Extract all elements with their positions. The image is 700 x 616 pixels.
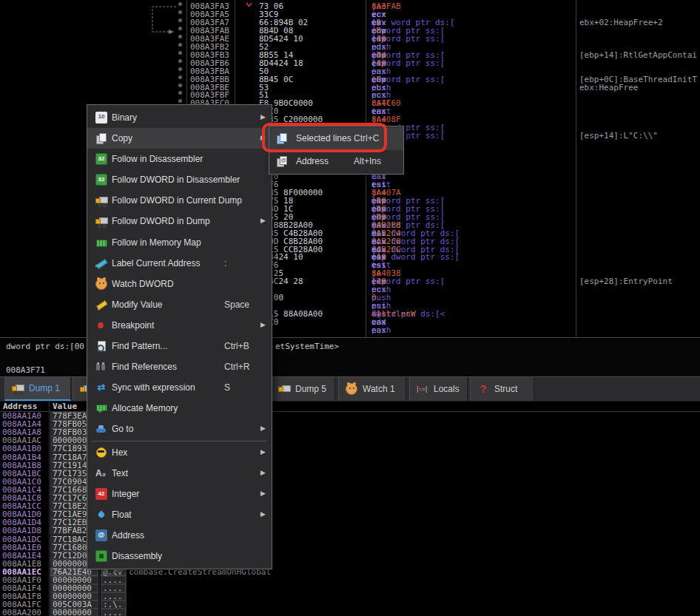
disasm-row[interactable]: 008A3FB38B55 14mov edx,dword ptr ss:[ebp… xyxy=(0,51,700,59)
menu-item-find-references[interactable]: Find ReferencesCtrl+R xyxy=(87,356,272,377)
tab-dump-1[interactable]: Dump 1 xyxy=(4,377,71,401)
menu-item-integer[interactable]: Integer▶ xyxy=(87,484,272,504)
label-icon xyxy=(95,257,107,269)
menu-item-label-current-address[interactable]: Label Current Address: xyxy=(87,253,272,274)
locals-icon: |x=| xyxy=(417,383,428,395)
dump-row[interactable]: 008AA20000000000.... xyxy=(0,609,700,616)
breakpoint-dot[interactable] xyxy=(178,99,182,103)
disasm-row[interactable]: 008A3FAB8B4D 08mov ecx,dword ptr ss:[ebp… xyxy=(0,27,700,35)
tab-dump-5[interactable]: Dump 5 xyxy=(271,377,335,401)
menu-item-watch-dword[interactable]: Watch DWORD xyxy=(87,274,272,294)
dump-address: 008AA1E0 xyxy=(2,544,41,552)
breakpoint-dot[interactable] xyxy=(178,18,182,22)
menu-item-allocate-memory[interactable]: Allocate Memory xyxy=(87,398,272,419)
menu-item-breakpoint[interactable]: Breakpoint▶ xyxy=(87,315,272,336)
menu-item-text[interactable]: A₂Text▶ xyxy=(87,463,272,484)
addrbook-icon xyxy=(95,529,107,541)
submenu-item-selected-lines[interactable]: Selected linesCtrl+C xyxy=(269,127,403,150)
menu-item-binary[interactable]: Binary▶ xyxy=(87,107,272,128)
disasm-row[interactable]: 008A3FB68D4424 18lea eax,dword ptr ss:[e… xyxy=(0,59,700,67)
dump-address: 008AA1B8 xyxy=(2,461,41,470)
tab-locals[interactable]: |x=|Locals xyxy=(409,377,468,401)
menu-item-label: Follow DWORD in Current Dump xyxy=(112,195,242,206)
truck-icon xyxy=(12,382,24,394)
disasm-row[interactable]: 008A3FBF51push ecx xyxy=(0,91,700,99)
breakpoint-dot[interactable] xyxy=(178,27,182,30)
menu-item-label: Disassembly xyxy=(112,551,162,561)
menu-item-hex[interactable]: Hex▶ xyxy=(87,442,272,463)
menu-item-sync-with-expression[interactable]: ⇄Sync with expressionS xyxy=(87,377,272,398)
alloc-icon xyxy=(95,402,107,414)
submenu-arrow-icon: ▶ xyxy=(260,217,266,224)
menu-item-label: Integer xyxy=(112,489,139,499)
submenu-arrow-icon: ▶ xyxy=(260,448,266,456)
breakpoint-dot[interactable] xyxy=(178,43,182,47)
breakpoint-dot[interactable] xyxy=(178,67,182,71)
goto-icon xyxy=(95,423,107,435)
disasm-row[interactable]: 008A3FBE53push ebxebx:HeapFree xyxy=(0,84,700,92)
disasm-row[interactable]: 008A3FAE8D5424 10lea edx,dword ptr ss:[e… xyxy=(0,35,700,43)
tab-struct[interactable]: ?Struct xyxy=(470,377,534,401)
menu-item-label: Find Pattern... xyxy=(112,341,167,351)
disasm-comment: [esp+28]:EntryPoint xyxy=(579,277,673,285)
breakpoint-dot[interactable] xyxy=(178,84,182,87)
pencil-icon xyxy=(95,299,107,311)
memmap-icon xyxy=(95,237,107,248)
menu-item-follow-in-memory-map[interactable]: Follow in Memory Map xyxy=(87,232,272,253)
menu-item-follow-dword-in-current-dump[interactable]: Follow DWORD in Current Dump xyxy=(87,190,272,211)
submenu-arrow-icon: ▶ xyxy=(260,321,266,328)
disasm-row[interactable]: 008A3FBB8B45 0Cmov eax,dword ptr ss:[ebp… xyxy=(0,75,700,84)
submenu-item-label: Selected lines xyxy=(296,133,351,143)
disasm-comment: [ebp+14]:RtlGetAppContai xyxy=(579,51,697,59)
dump-header-address: Address xyxy=(3,402,37,411)
disasm-address: 008A3FBB xyxy=(190,75,229,84)
breakpoint-dot[interactable] xyxy=(178,2,182,6)
copyaddr-icon xyxy=(276,155,288,167)
menu-item-follow-in-disassembler[interactable]: Follow in Disassembler xyxy=(87,149,272,169)
menu-item-follow-dword-in-dump[interactable]: Follow DWORD in Dump▶ xyxy=(87,211,272,231)
bp-icon xyxy=(95,319,107,331)
menu-item-disassembly[interactable]: Disassembly xyxy=(87,546,272,566)
menu-shortcut: : xyxy=(224,258,226,268)
submenu-arrow-icon: ▶ xyxy=(260,134,266,141)
breakpoint-dot[interactable] xyxy=(178,10,182,14)
menu-item-address[interactable]: Address xyxy=(87,525,272,546)
menu-item-find-pattern[interactable]: Find Pattern...Ctrl+B xyxy=(87,336,272,356)
menu-item-label: Follow DWORD in Dump xyxy=(112,216,210,226)
text-icon: A₂ xyxy=(95,467,107,479)
truck-icon xyxy=(95,194,107,206)
menu-separator xyxy=(92,441,267,441)
disasm-row[interactable]: 008A3FA766:894B 02mov word ptr ds:[ebx+2… xyxy=(0,18,700,27)
menu-item-label: Float xyxy=(112,510,132,520)
breakpoint-dot[interactable] xyxy=(178,75,182,79)
menu-item-modify-value[interactable]: Modify ValueSpace xyxy=(87,294,272,315)
breakpoint-dot[interactable] xyxy=(178,91,182,95)
submenu-item-address[interactable]: AddressAlt+Ins xyxy=(269,150,403,173)
menu-shortcut: Ctrl+R xyxy=(224,362,249,372)
submenu-arrow-icon: ▶ xyxy=(260,424,266,432)
sync-icon: ⇄ xyxy=(95,382,107,393)
dump-ascii: .... xyxy=(101,609,126,616)
menu-item-follow-dword-in-disassembler[interactable]: Follow DWORD in Disassembler xyxy=(87,169,272,190)
menu-item-label: Find References xyxy=(112,362,177,372)
findpat-icon xyxy=(95,340,107,352)
tab-watch-1[interactable]: Watch 1 xyxy=(338,377,406,401)
binary-icon xyxy=(95,112,107,123)
breakpoint-dot[interactable] xyxy=(178,35,182,38)
watch-icon xyxy=(95,278,107,290)
menu-item-go-to[interactable]: Go to▶ xyxy=(87,419,272,439)
truck-icon xyxy=(95,215,107,227)
menu-item-label: Watch DWORD xyxy=(112,279,174,289)
disasm-comment: [ebp+0C]:BaseThreadInitT xyxy=(579,75,697,84)
menu-item-copy[interactable]: Copy▶ xyxy=(87,128,272,149)
breakpoint-dot[interactable] xyxy=(178,51,182,55)
info-current-address: 008A3F71 xyxy=(6,366,45,375)
submenu-shortcut: Alt+Ins xyxy=(354,156,381,166)
tab-label: Watch 1 xyxy=(363,384,395,394)
breakpoint-dot[interactable] xyxy=(178,59,182,63)
disasm-row[interactable]: 008A3FBA50push eax xyxy=(0,67,700,75)
disasm-row[interactable]: 008A3FA373 06jae 8A3FAB xyxy=(0,2,700,10)
menu-item-float[interactable]: Float▶ xyxy=(87,504,272,525)
menu-item-label: Text xyxy=(112,468,128,478)
menu-item-label: Follow in Disassembler xyxy=(112,154,203,164)
